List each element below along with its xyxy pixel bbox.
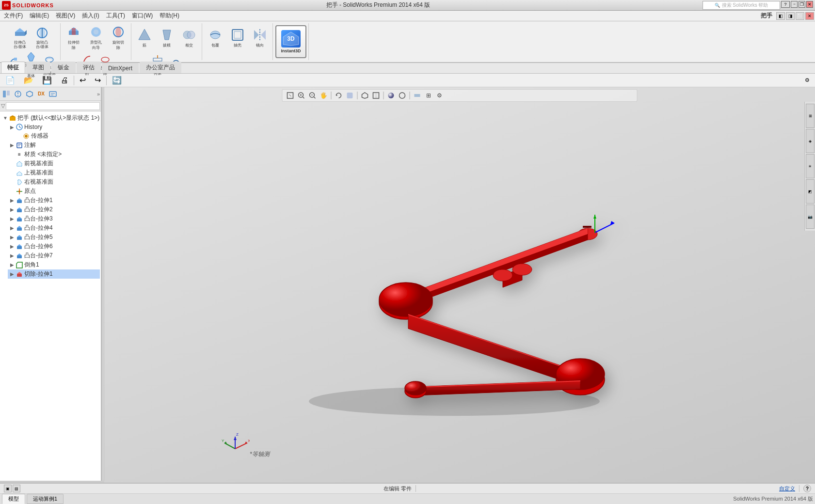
cut1-expand-btn[interactable]: ▶ (9, 271, 16, 278)
feature-manager-btn[interactable] (1, 89, 12, 99)
minimize-button[interactable]: － (791, 1, 798, 8)
scene-panel-btn[interactable]: ☀ (806, 154, 815, 178)
section-view-btn[interactable] (371, 91, 381, 100)
boss2-expand-btn[interactable]: ▶ (9, 206, 16, 213)
instant3d-button[interactable]: 3D Instant3D (275, 25, 306, 58)
tree-item-right-plane[interactable]: 右视基准面 (8, 177, 100, 187)
restore-button[interactable]: ❐ (799, 1, 805, 8)
menu-view[interactable]: 视图(V) (53, 11, 78, 21)
boss5-expand-btn[interactable]: ▶ (9, 234, 16, 241)
view-setting-btn[interactable]: ⚙ (435, 91, 445, 100)
status-help-btn[interactable]: ? (803, 485, 811, 492)
panel-expand-btn[interactable]: » (97, 91, 100, 97)
zoom-out-btn[interactable] (308, 91, 318, 100)
panel-toggle-btn[interactable]: ▧ (13, 485, 20, 492)
filter-input[interactable] (6, 102, 100, 110)
shaded-btn[interactable] (386, 91, 396, 100)
root-expand-btn[interactable]: ▼ (2, 115, 9, 122)
menu-help[interactable]: 帮助(H) (157, 11, 182, 21)
annotations-expand-btn[interactable]: ▶ (9, 142, 16, 149)
hole-wizard-btn[interactable]: 异型孔向导 (85, 24, 107, 51)
apply-scene-btn[interactable]: ⊞ (424, 91, 433, 100)
hide-lines-btn[interactable] (413, 91, 422, 100)
revolve-base-btn[interactable]: 旋转凸台/基体 (32, 24, 53, 51)
print-btn[interactable]: 🖨 (57, 75, 72, 86)
chamfer1-expand-btn[interactable]: ▶ (9, 262, 16, 268)
tab-office[interactable]: 办公室产品 (140, 62, 181, 73)
mirror-btn[interactable]: 镜向 (249, 24, 271, 51)
cameras-panel-btn[interactable]: 📷 (806, 205, 815, 229)
tree-root-item[interactable]: ▼ 把手 (默认<<默认>显示状态 1>) (1, 113, 100, 123)
tree-item-boss7[interactable]: ▶ 凸台-拉伸7 (8, 251, 100, 260)
help-search[interactable]: 🔍 搜索 SolidWorks 帮助 (703, 1, 780, 10)
tab-dimxpert[interactable]: DimXpert (102, 63, 139, 73)
tree-item-chamfer1[interactable]: ▶ 倒角1 (8, 260, 100, 269)
shell-btn[interactable]: 抽壳 (227, 24, 248, 51)
menu-edit[interactable]: 编辑(E) (27, 11, 52, 21)
tree-item-origin[interactable]: 原点 (8, 187, 100, 196)
tree-item-top-plane[interactable]: 上视基准面 (8, 168, 100, 177)
tree-item-front-plane[interactable]: 前视基准面 (8, 159, 100, 168)
tree-item-boss3[interactable]: ▶ 凸台-拉伸3 (8, 214, 100, 223)
boss7-expand-btn[interactable]: ▶ (9, 252, 16, 259)
wrap-btn[interactable]: 包覆 (205, 24, 226, 51)
menu-window[interactable]: 窗口(W) (129, 11, 156, 21)
tree-item-cut1[interactable]: ▶ 切除-拉伸1 (8, 269, 100, 279)
tab-model[interactable]: 模型 (2, 494, 25, 504)
dim-xpert-btn[interactable]: DX (36, 89, 47, 99)
tab-motion1[interactable]: 运动算例1 (27, 494, 64, 504)
wireframe-btn[interactable] (398, 91, 407, 100)
help-button[interactable]: ? (781, 1, 790, 8)
tree-item-boss4[interactable]: ▶ 凸台-拉伸4 (8, 223, 100, 233)
tree-item-sensors[interactable]: 传感器 (15, 131, 100, 141)
rebuild-btn[interactable]: 🔄 (109, 74, 125, 86)
display-manager-btn[interactable] (48, 89, 58, 99)
panel-close-btn[interactable]: ✕ (805, 12, 814, 20)
boss4-expand-btn[interactable]: ▶ (9, 225, 16, 232)
customize-label[interactable]: 自定义 (779, 485, 795, 492)
panel-left-btn[interactable]: ◧ (776, 12, 785, 20)
tree-item-boss1[interactable]: ▶ 凸台-拉伸1 (8, 196, 100, 205)
display-style-btn[interactable] (345, 91, 355, 100)
zoom-in-btn[interactable] (297, 91, 306, 100)
tab-sketch[interactable]: 草图 (26, 62, 50, 73)
tree-item-annotations[interactable]: ▶ 注解 (8, 141, 100, 150)
undo-btn[interactable]: ↩ (76, 74, 89, 86)
panel-restore-btn[interactable]: ⬜ (796, 12, 804, 20)
history-expand-btn[interactable]: ▶ (9, 124, 16, 130)
open-btn[interactable]: 📂 (20, 74, 37, 86)
view-orientation-btn[interactable] (360, 91, 370, 100)
tree-item-boss5[interactable]: ▶ 凸台-拉伸5 (8, 233, 100, 242)
tree-item-material[interactable]: ≡ 材质 <未指定> (8, 150, 100, 159)
save-btn[interactable]: 💾 (39, 74, 55, 86)
boss-extrude-btn[interactable]: 拉伸凸台/基体 (9, 24, 31, 51)
draft-btn[interactable]: 拔模 (156, 24, 177, 51)
maximize-button[interactable]: ✕ (806, 1, 813, 8)
decals-panel-btn[interactable]: ◩ (806, 179, 815, 204)
tab-feature[interactable]: 特征 (1, 62, 25, 73)
rotate-view-btn[interactable] (334, 91, 344, 100)
redo-btn[interactable]: ↪ (91, 74, 104, 86)
model-toggle-btn[interactable]: ▣ (4, 485, 12, 492)
tree-item-boss6[interactable]: ▶ 凸台-拉伸6 (8, 242, 100, 251)
rib-btn[interactable]: 筋 (134, 24, 155, 51)
intersect-btn[interactable]: 相交 (178, 24, 200, 51)
view-settings-panel-btn[interactable]: ⊞ (806, 104, 815, 128)
appearances-panel-btn[interactable]: ◈ (806, 129, 815, 153)
zoom-to-fit-btn[interactable] (286, 91, 295, 100)
tab-evaluate[interactable]: 评估 (77, 62, 101, 73)
panel-right-btn[interactable]: ◨ (786, 12, 795, 20)
boss6-expand-btn[interactable]: ▶ (9, 243, 16, 250)
config-manager-btn[interactable] (24, 89, 35, 99)
new-btn[interactable]: 📄 (2, 74, 18, 86)
menu-tools[interactable]: 工具(T) (103, 11, 128, 21)
menu-insert[interactable]: 插入(I) (79, 11, 102, 21)
tree-item-history[interactable]: ▶ History (8, 123, 100, 131)
boss1-expand-btn[interactable]: ▶ (9, 197, 16, 204)
options-btn[interactable]: ⚙ (801, 76, 813, 85)
property-manager-btn[interactable] (13, 89, 23, 99)
menu-file[interactable]: 文件(F) (1, 11, 26, 21)
revolve-cut-btn[interactable]: 旋转切除 (108, 24, 129, 51)
tree-item-boss2[interactable]: ▶ 凸台-拉伸2 (8, 205, 100, 214)
pan-btn[interactable]: 🖐 (319, 91, 329, 100)
